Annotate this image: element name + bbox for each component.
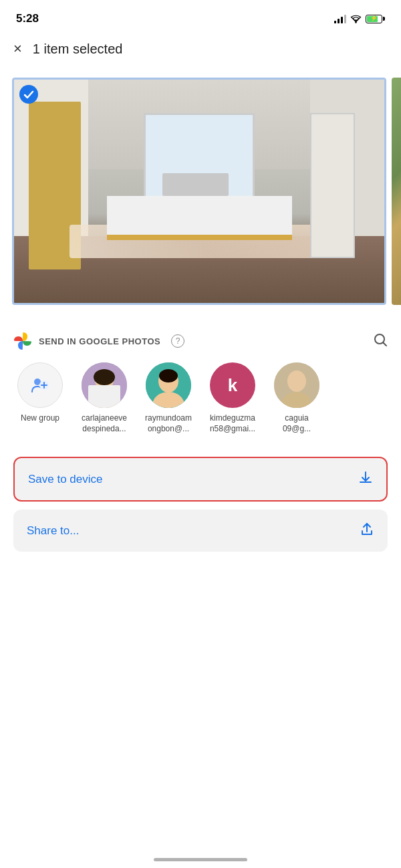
wifi-icon	[350, 15, 362, 23]
contact-name-new-group: New group	[21, 413, 59, 424]
new-group-avatar	[17, 362, 63, 408]
save-to-device-button[interactable]: Save to device	[13, 457, 388, 502]
share-to-button[interactable]: Share to...	[13, 510, 388, 552]
page-title: 1 item selected	[33, 41, 123, 57]
contact-name-kim: kimdeguzma n58@gmai...	[206, 413, 259, 434]
home-indicator	[154, 858, 247, 861]
contact-name-caguia: caguia 09@g...	[270, 413, 323, 434]
status-icons: ⚡	[334, 14, 385, 23]
next-photo[interactable]	[392, 78, 401, 305]
contact-raymond[interactable]: raymundoam ongbon@...	[142, 362, 195, 434]
contact-caguia[interactable]: caguia 09@g...	[270, 362, 323, 434]
contact-carla[interactable]: carlajaneeve despineda...	[78, 362, 131, 434]
search-icon[interactable]	[373, 332, 388, 350]
download-icon	[358, 470, 373, 488]
room-photo	[14, 80, 384, 303]
svg-point-17	[287, 370, 306, 392]
svg-point-10	[94, 369, 115, 385]
photo-section	[0, 71, 401, 312]
send-header: SEND IN GOOGLE PHOTOS ?	[13, 332, 388, 350]
share-to-label: Share to...	[27, 524, 79, 538]
send-left: SEND IN GOOGLE PHOTOS ?	[13, 332, 184, 350]
send-title: SEND IN GOOGLE PHOTOS	[39, 336, 160, 346]
header: × 1 item selected	[0, 33, 401, 64]
close-button[interactable]: ×	[13, 40, 22, 58]
battery-icon: ⚡	[366, 15, 385, 23]
help-button[interactable]: ?	[171, 334, 184, 348]
selected-photo[interactable]	[12, 78, 386, 305]
status-bar: 5:28 ⚡	[0, 0, 401, 33]
svg-point-0	[355, 21, 356, 23]
kim-avatar: k	[210, 362, 255, 408]
share-icon	[360, 522, 374, 540]
svg-line-2	[384, 342, 387, 346]
google-photos-icon	[13, 332, 32, 350]
contact-kim[interactable]: k kimdeguzma n58@gmai...	[206, 362, 259, 434]
selection-check	[19, 85, 38, 104]
contact-name-carla: carlajaneeve despineda...	[78, 413, 131, 434]
carla-avatar	[82, 362, 127, 408]
signal-icon	[334, 14, 346, 23]
contacts-row: New group carlajaneeve despineda...	[13, 362, 388, 437]
svg-point-15	[159, 369, 178, 383]
action-section: Save to device Share to...	[0, 443, 401, 565]
send-section: SEND IN GOOGLE PHOTOS ?	[0, 318, 401, 443]
save-to-device-label: Save to device	[28, 473, 103, 486]
caguia-avatar	[274, 362, 319, 408]
status-time: 5:28	[16, 12, 39, 25]
contact-name-raymond: raymundoam ongbon@...	[142, 413, 195, 434]
raymond-avatar	[146, 362, 191, 408]
svg-rect-11	[88, 385, 120, 408]
contact-new-group[interactable]: New group	[13, 362, 67, 434]
